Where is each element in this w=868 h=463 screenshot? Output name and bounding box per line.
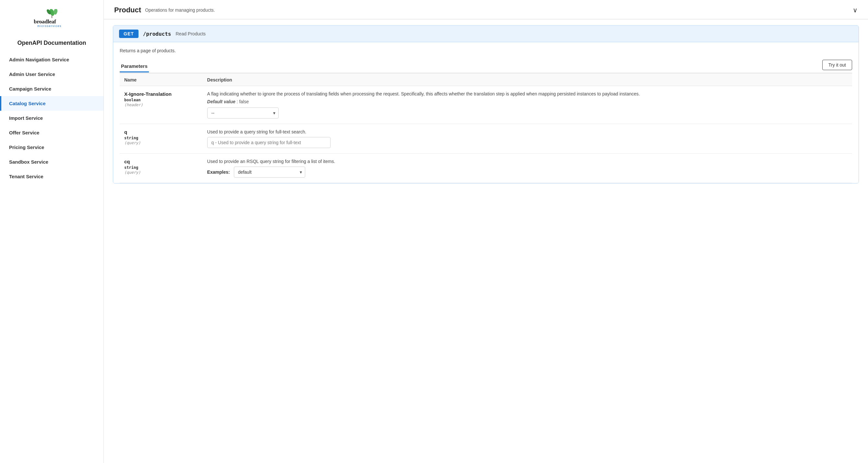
param-row-2: cq string (query) Used to provide an RSQ… <box>120 153 852 183</box>
param-select-0[interactable]: --truefalse <box>207 108 279 118</box>
param-name-cell-2: cq string (query) <box>120 153 203 183</box>
param-examples-select-wrapper-2: default <box>234 167 305 178</box>
param-desc-text-1: Used to provide a query string for full-… <box>207 129 847 135</box>
sidebar-item-catalog[interactable]: Catalog Service <box>0 96 103 111</box>
sidebar-item-tenant[interactable]: Tenant Service <box>0 169 103 184</box>
nav-list: Admin Navigation ServiceAdmin User Servi… <box>0 52 103 184</box>
parameters-table: Name Description X-Ignore-Translation bo… <box>120 74 852 183</box>
param-location-1: (query) <box>124 141 198 145</box>
method-badge: GET <box>119 30 138 38</box>
endpoint-block: GET /products Read Products Returns a pa… <box>113 25 859 183</box>
param-location-2: (query) <box>124 170 198 175</box>
sidebar-item-sandbox[interactable]: Sandbox Service <box>0 154 103 169</box>
sidebar-title: OpenAPI Documentation <box>0 36 103 52</box>
param-type-2: string <box>124 165 198 170</box>
sidebar-item-import[interactable]: Import Service <box>0 111 103 125</box>
main-content: Product Operations for managing products… <box>104 0 868 463</box>
endpoint-description: Read Products <box>176 31 206 36</box>
param-name-2: cq <box>124 159 130 164</box>
col-header-description: Description <box>203 74 852 86</box>
param-examples-row-2: Examples: default <box>207 167 847 178</box>
endpoint-header: GET /products Read Products <box>113 26 859 42</box>
broadleaf-logo: broadleaf microservices <box>26 9 78 29</box>
param-name-0: X-Ignore-Translation <box>124 91 172 97</box>
param-type-0: boolean <box>124 98 198 102</box>
sidebar-item-admin-navigation[interactable]: Admin Navigation Service <box>0 52 103 67</box>
sidebar-item-offer[interactable]: Offer Service <box>0 125 103 140</box>
param-desc-cell-0: A flag indicating whether to ignore the … <box>203 86 852 124</box>
param-name-cell-1: q string (query) <box>120 124 203 153</box>
sidebar-item-campaign[interactable]: Campaign Service <box>0 82 103 96</box>
product-subtitle: Operations for managing products. <box>145 7 215 13</box>
logo-container: broadleaf microservices <box>0 0 103 36</box>
tabs-row: Parameters Try it out <box>120 60 852 74</box>
param-select-wrapper-0: --truefalse <box>207 108 279 118</box>
tab-parameters[interactable]: Parameters <box>120 61 149 73</box>
param-location-0: (header) <box>124 103 198 107</box>
returns-text: Returns a page of products. <box>120 48 852 53</box>
col-header-name: Name <box>120 74 203 86</box>
param-name-cell-0: X-Ignore-Translation boolean (header) <box>120 86 203 124</box>
param-desc-cell-1: Used to provide a query string for full-… <box>203 124 852 153</box>
param-examples-select-2[interactable]: default <box>234 167 305 178</box>
param-desc-text-0: A flag indicating whether to ignore the … <box>207 91 847 96</box>
product-title-row: Product Operations for managing products… <box>114 6 215 14</box>
param-row-1: q string (query) Used to provide a query… <box>120 124 852 153</box>
param-default-0: Default value : false <box>207 99 847 104</box>
sidebar: broadleaf microservices OpenAPI Document… <box>0 0 104 463</box>
sidebar-item-admin-user[interactable]: Admin User Service <box>0 67 103 82</box>
param-desc-cell-2: Used to provide an RSQL query string for… <box>203 153 852 183</box>
param-name-1: q <box>124 129 127 135</box>
product-header: Product Operations for managing products… <box>104 0 868 20</box>
try-it-out-button[interactable]: Try it out <box>822 60 852 70</box>
param-type-1: string <box>124 136 198 140</box>
param-desc-text-2: Used to provide an RSQL query string for… <box>207 159 847 164</box>
endpoint-body: Returns a page of products. Parameters T… <box>113 42 859 183</box>
endpoint-path: /products <box>143 31 171 37</box>
svg-text:broadleaf: broadleaf <box>34 18 56 25</box>
sidebar-item-pricing[interactable]: Pricing Service <box>0 140 103 154</box>
svg-text:microservices: microservices <box>37 24 62 28</box>
product-title: Product <box>114 6 141 14</box>
param-examples-label-2: Examples: <box>207 170 230 175</box>
collapse-icon[interactable]: ∨ <box>853 6 858 14</box>
param-row-0: X-Ignore-Translation boolean (header) A … <box>120 86 852 124</box>
param-text-input-1[interactable] <box>207 137 331 148</box>
